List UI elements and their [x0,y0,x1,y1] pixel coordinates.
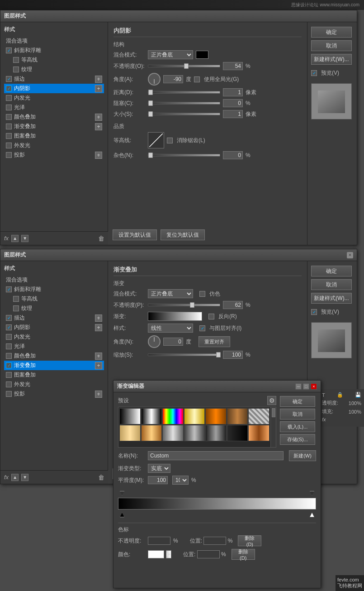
satin-checkbox-2[interactable] [6,343,12,349]
gradient-overlay-checkbox[interactable] [6,124,12,129]
scale-input[interactable] [223,351,243,359]
anti-alias-check[interactable]: 消除锯齿(L) [167,137,205,144]
preview-checkbox-1[interactable] [311,70,317,76]
ge-new-btn[interactable]: 新建(W) [289,450,316,461]
pattern-overlay-checkbox-2[interactable] [6,372,12,378]
inner-glow-checkbox-2[interactable] [6,334,12,340]
presets-gear-icon[interactable]: ⚙ [267,396,276,405]
gradient-overlay-add-btn-2[interactable]: + [95,362,102,369]
inner-shadow-checkbox[interactable] [6,86,12,91]
preview-check-2[interactable]: 预览(V) [311,308,353,316]
preset-item-2[interactable] [141,408,162,424]
inner-shadow-add-btn-2[interactable]: + [95,324,102,331]
angle-input-2[interactable] [163,338,183,346]
location-stop-input-1[interactable] [203,537,226,545]
ge-load-btn[interactable]: 载入(L)... [280,421,315,432]
delete-stop-btn-2[interactable]: 删除(D) [232,549,255,560]
color-overlay-checkbox-2[interactable] [6,353,12,359]
presets-scroll-thumb[interactable] [272,408,275,417]
preset-item-12[interactable] [205,425,227,441]
preview-checkbox-2[interactable] [311,309,317,315]
opacity-stop-right[interactable] [310,491,314,496]
contour-preview[interactable] [148,132,164,148]
satin-item-2[interactable]: 光泽 [4,342,104,351]
opacity-slider-2[interactable] [148,304,220,306]
fx-trash-btn-2[interactable]: 🗑 [98,474,104,481]
inner-shadow-add-btn[interactable]: + [95,85,102,92]
satin-checkbox[interactable] [6,105,12,110]
color-stop-swatch[interactable] [148,550,164,558]
inner-shadow-item[interactable]: 内阴影 + [4,84,104,93]
blend-mode-color[interactable] [196,51,208,59]
size-input[interactable] [223,110,243,118]
ge-smooth-input[interactable] [148,476,168,484]
scale-thumb[interactable] [216,352,221,357]
preset-item-11[interactable] [184,425,205,441]
delete-stop-btn-1[interactable]: 删除(D) [238,535,261,546]
ge-ok-btn[interactable]: 确定 [280,396,315,407]
inner-shadow-checkbox-2[interactable] [6,324,12,330]
ge-type-select[interactable]: 实底 [148,464,170,473]
bevel-emboss-checkbox[interactable] [6,48,12,53]
inner-glow-item[interactable]: 内发光 [4,93,104,103]
gradient-bar[interactable] [118,498,316,510]
distance-thumb[interactable] [148,90,153,95]
ge-name-input[interactable] [148,451,284,460]
stroke-checkbox[interactable] [6,76,12,82]
drop-shadow-checkbox[interactable] [6,152,12,158]
cancel-btn-2[interactable]: 取消 [311,279,352,290]
dialog2-close-btn[interactable]: × [347,252,353,258]
contour-item[interactable]: 等高线 [4,55,104,65]
ge-smooth-select[interactable]: 100 [172,476,189,485]
fx-up-btn-2[interactable]: ▲ [11,474,19,481]
texture-checkbox-2[interactable] [13,305,19,311]
preset-item-9[interactable] [141,425,162,441]
blend-options-item[interactable]: 混合选项 [4,36,104,46]
inner-glow-checkbox[interactable] [6,95,12,101]
blend-options-item-2[interactable]: 混合选项 [4,275,104,285]
global-light-checkbox[interactable] [194,76,200,82]
stroke-checkbox-2[interactable] [6,315,12,321]
choke-input[interactable] [223,99,243,107]
blend-mode-select-2[interactable]: 正片叠底 [148,289,193,298]
contour-item-2[interactable]: 等高线 [4,294,104,304]
inner-shadow-item-2[interactable]: 内阴影 + [4,323,104,332]
set-default-btn-1[interactable]: 设置为默认值 [113,229,157,240]
align-layer-checkbox[interactable] [199,325,205,331]
angle-control-2[interactable] [148,335,161,348]
global-light-check[interactable]: 使用全局光(G) [194,76,239,83]
gradient-overlay-item[interactable]: 渐变叠加 + [4,122,104,131]
preset-item-8[interactable] [119,425,141,441]
texture-item[interactable]: 纹理 [4,65,104,74]
preset-item-1[interactable] [119,408,141,424]
dither-checkbox[interactable] [199,291,205,297]
preview-check-1[interactable]: 预览(V) [311,69,353,77]
opacity-thumb-2[interactable] [190,302,194,308]
noise-slider[interactable] [148,154,220,157]
bevel-emboss-checkbox-2[interactable] [6,286,12,292]
preset-item-10[interactable] [162,425,184,441]
stroke-item[interactable]: 描边 + [4,74,104,84]
align-layer-check[interactable]: 与图层对齐(I) [199,324,241,332]
gradient-preview-btn[interactable] [148,312,202,321]
preset-item-3[interactable] [162,408,184,424]
choke-thumb[interactable] [148,100,153,106]
preset-item-14[interactable] [248,425,269,441]
fx-up-btn-1[interactable]: ▲ [11,235,19,242]
pattern-overlay-item[interactable]: 图案叠加 [4,131,104,141]
outer-glow-checkbox[interactable] [6,143,12,148]
preset-item-13[interactable] [227,425,248,441]
color-overlay-item[interactable]: 颜色叠加 + [4,112,104,122]
drop-shadow-item[interactable]: 投影 + [4,150,104,160]
color-stop-left[interactable] [120,513,124,517]
reset-default-btn-1[interactable]: 复位为默认值 [161,229,205,240]
gradient-overlay-add-btn[interactable]: + [95,123,102,130]
outer-glow-checkbox-2[interactable] [6,381,12,387]
fx-down-btn-1[interactable]: ▼ [21,235,28,242]
distance-slider[interactable] [148,91,220,94]
reverse-checkbox[interactable] [208,314,214,319]
color-stop-right[interactable] [310,513,314,517]
color-overlay-item-2[interactable]: 颜色叠加 + [4,351,104,361]
ok-btn-2[interactable]: 确定 [311,266,352,276]
color-stop-arrow[interactable]: ▶ [166,550,171,558]
